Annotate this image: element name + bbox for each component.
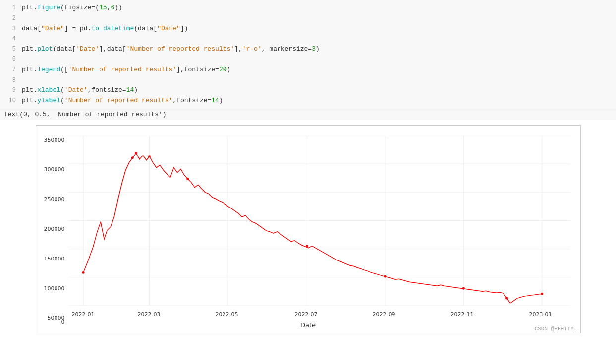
svg-point-20	[384, 275, 386, 278]
svg-point-16	[131, 156, 133, 159]
code-line-8: 8	[0, 75, 616, 86]
watermark: CSDN @HHHTTY-	[535, 326, 577, 332]
code-line-1: 1plt.figure(figsize=(15,6))	[0, 3, 616, 13]
line-number: 9	[4, 86, 16, 95]
line-content: plt.legend(['Number of reported results'…	[22, 65, 230, 75]
svg-point-15	[134, 152, 137, 154]
line-number: 6	[4, 55, 16, 64]
y-tick-200000: 200000	[38, 226, 65, 232]
output-text: Text(0, 0.5, 'Number of reported results…	[4, 111, 167, 118]
svg-point-19	[305, 245, 308, 247]
code-line-2: 2	[0, 13, 616, 24]
x-tick-2023-01: 2023-01	[529, 312, 552, 318]
line-number: 2	[4, 14, 16, 23]
output-line: Text(0, 0.5, 'Number of reported results…	[0, 109, 616, 120]
svg-point-23	[541, 293, 543, 295]
line-content: plt.xlabel('Date',fontsize=14)	[22, 85, 138, 96]
svg-point-18	[186, 178, 189, 180]
y-tick-300000: 300000	[38, 166, 65, 173]
x-tick-2022-09: 2022-09	[373, 312, 395, 318]
svg-point-17	[148, 155, 150, 157]
line-number: 3	[4, 24, 16, 34]
chart-line	[83, 153, 542, 303]
code-block: 1plt.figure(figsize=(15,6))2 3data["Date…	[0, 0, 616, 109]
line-number: 1	[4, 3, 16, 13]
line-content	[22, 54, 26, 65]
chart-area: Number of reported results Date Number o…	[36, 125, 581, 333]
chart-svg-container	[68, 136, 570, 306]
x-tick-2022-01: 2022-01	[72, 312, 95, 318]
code-line-5: 5plt.plot(data['Date'],data['Number of r…	[0, 44, 616, 54]
line-content: data["Date"] = pd.to_datetime(data["Date…	[22, 24, 188, 34]
line-number: 8	[4, 76, 16, 85]
code-line-7: 7plt.legend(['Number of reported results…	[0, 65, 616, 75]
svg-point-14	[82, 271, 84, 274]
y-tick-0: 0	[44, 319, 65, 325]
x-tick-2022-05: 2022-05	[216, 312, 238, 318]
line-content	[22, 75, 26, 86]
x-tick-2022-03: 2022-03	[138, 312, 161, 318]
svg-point-21	[462, 287, 464, 290]
line-content: plt.ylabel('Number of reported results',…	[22, 96, 223, 106]
line-content	[22, 34, 26, 44]
y-tick-150000: 150000	[38, 256, 65, 262]
y-tick-250000: 250000	[38, 196, 65, 203]
code-line-4: 4	[0, 34, 616, 44]
y-tick-350000: 350000	[38, 137, 65, 143]
code-line-10: 10plt.ylabel('Number of reported results…	[0, 96, 616, 106]
code-line-3: 3data["Date"] = pd.to_datetime(data["Dat…	[0, 24, 616, 34]
line-content: plt.figure(figsize=(15,6))	[22, 3, 122, 13]
code-line-9: 9plt.xlabel('Date',fontsize=14)	[0, 85, 616, 96]
x-tick-2022-11: 2022-11	[451, 312, 474, 318]
x-tick-2022-07: 2022-07	[295, 312, 318, 318]
line-number: 4	[4, 34, 16, 44]
chart-svg	[68, 136, 570, 306]
y-tick-100000: 100000	[38, 285, 65, 292]
chart-container: Number of reported results Date Number o…	[0, 120, 616, 343]
line-number: 5	[4, 45, 16, 54]
x-axis-label: Date	[300, 321, 316, 329]
code-line-6: 6	[0, 54, 616, 65]
line-content	[22, 13, 26, 24]
svg-point-22	[505, 297, 508, 300]
line-number: 7	[4, 65, 16, 75]
line-number: 10	[4, 96, 16, 105]
line-content: plt.plot(data['Date'],data['Number of re…	[22, 44, 320, 54]
